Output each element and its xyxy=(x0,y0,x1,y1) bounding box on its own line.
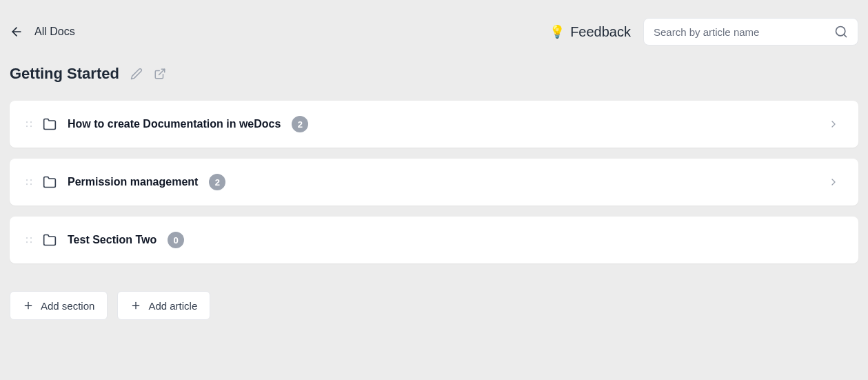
arrow-left-icon xyxy=(10,25,23,39)
section-title: Permission management xyxy=(68,176,198,188)
svg-point-9 xyxy=(30,179,32,181)
section-row[interactable]: Test Section Two 0 xyxy=(10,217,858,263)
section-title: Test Section Two xyxy=(68,234,157,246)
svg-point-8 xyxy=(26,179,28,181)
svg-line-3 xyxy=(159,69,164,74)
plus-icon xyxy=(130,300,141,311)
add-article-button[interactable]: Add article xyxy=(117,291,210,320)
add-article-label: Add article xyxy=(148,300,197,312)
chevron-right-icon xyxy=(828,177,839,188)
search-input[interactable] xyxy=(654,26,834,38)
svg-point-14 xyxy=(26,241,28,243)
drag-handle-icon[interactable] xyxy=(23,234,34,246)
page-title: Getting Started xyxy=(10,65,119,83)
edit-icon[interactable] xyxy=(130,68,143,80)
svg-point-15 xyxy=(30,241,32,243)
breadcrumb-label: All Docs xyxy=(34,26,75,38)
section-title: How to create Documentation in weDocs xyxy=(68,118,281,130)
folder-icon xyxy=(43,117,57,131)
plus-icon xyxy=(23,300,34,311)
page-header: Getting Started xyxy=(10,65,858,83)
drag-handle-icon[interactable] xyxy=(23,177,34,188)
svg-line-2 xyxy=(844,34,847,37)
feedback-button[interactable]: 💡 Feedback xyxy=(549,24,631,40)
topbar: All Docs 💡 Feedback xyxy=(10,18,858,46)
drag-handle-icon[interactable] xyxy=(23,119,34,130)
folder-icon xyxy=(43,233,57,247)
add-section-button[interactable]: Add section xyxy=(10,291,108,320)
sections-list: How to create Documentation in weDocs 2 … xyxy=(10,101,858,263)
breadcrumb-back[interactable]: All Docs xyxy=(10,25,75,39)
feedback-label: Feedback xyxy=(570,24,631,40)
svg-point-7 xyxy=(30,126,32,127)
folder-icon xyxy=(43,175,57,189)
section-row[interactable]: How to create Documentation in weDocs 2 xyxy=(10,101,858,148)
search-container xyxy=(643,18,858,46)
search-icon[interactable] xyxy=(834,25,848,39)
topbar-right: 💡 Feedback xyxy=(549,18,858,46)
count-badge: 2 xyxy=(209,174,225,190)
svg-point-11 xyxy=(30,183,32,185)
count-badge: 0 xyxy=(168,232,184,248)
section-row[interactable]: Permission management 2 xyxy=(10,159,858,206)
svg-point-10 xyxy=(26,183,28,185)
svg-point-6 xyxy=(26,126,28,127)
svg-point-5 xyxy=(30,121,32,123)
actions-row: Add section Add article xyxy=(10,291,858,320)
add-section-label: Add section xyxy=(41,300,94,312)
svg-point-13 xyxy=(30,237,32,239)
svg-point-4 xyxy=(26,121,28,123)
lightbulb-icon: 💡 xyxy=(549,24,565,39)
external-link-icon[interactable] xyxy=(154,68,166,80)
svg-point-12 xyxy=(26,237,28,239)
chevron-right-icon xyxy=(828,119,839,130)
count-badge: 2 xyxy=(292,116,308,132)
